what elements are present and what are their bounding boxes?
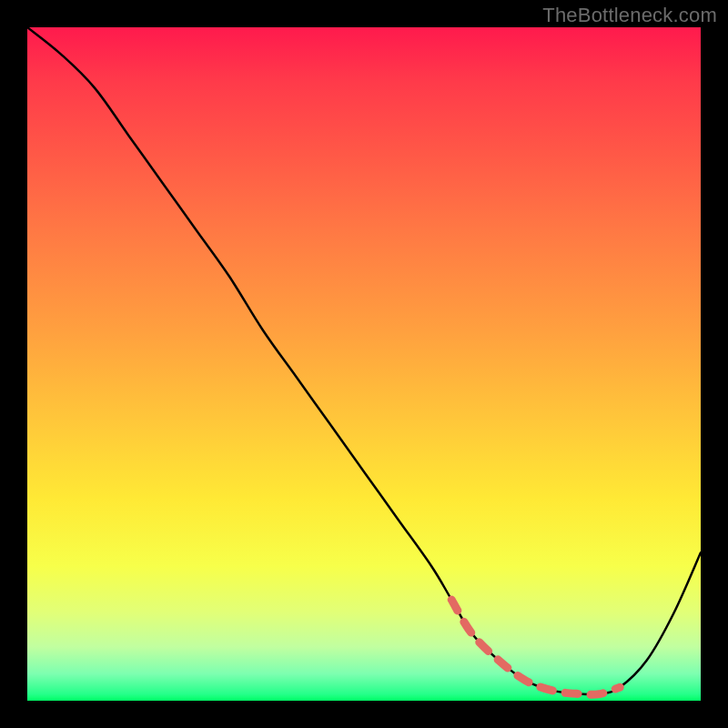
chart-frame: TheBottleneck.com [0, 0, 728, 728]
optimal-region-dashes [451, 600, 620, 694]
bottleneck-curve-line [27, 27, 701, 694]
plot-area [27, 27, 701, 701]
chart-svg [27, 27, 701, 701]
watermark-text: TheBottleneck.com [542, 4, 717, 27]
